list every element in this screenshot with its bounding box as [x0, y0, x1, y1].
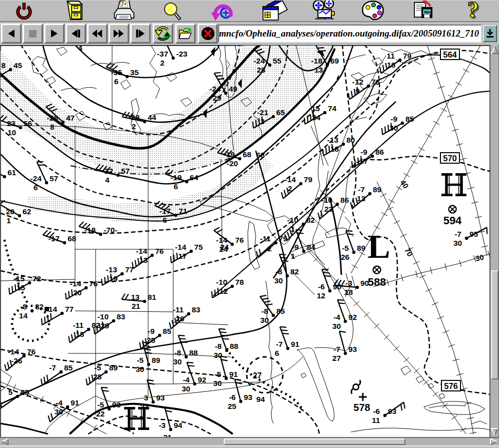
svg-text:-10: -10	[321, 196, 332, 204]
svg-text:-7: -7	[276, 340, 283, 348]
svg-text:85: 85	[405, 115, 414, 123]
svg-text:21: 21	[132, 302, 141, 310]
svg-text:-7: -7	[49, 363, 56, 372]
svg-text:-7: -7	[333, 345, 340, 353]
svg-text:570: 570	[443, 154, 457, 163]
svg-text:-8: -8	[215, 342, 222, 350]
svg-text:78: 78	[235, 278, 244, 286]
svg-text:588: 588	[368, 276, 386, 288]
svg-text:30: 30	[173, 357, 182, 366]
svg-text:88: 88	[189, 348, 198, 357]
svg-text:578: 578	[353, 402, 370, 413]
svg-text:6: 6	[174, 182, 178, 191]
svg-text:30: 30	[274, 276, 283, 285]
svg-text:-4: -4	[183, 375, 190, 384]
svg-text:-6: -6	[318, 282, 325, 291]
svg-text:55: 55	[273, 57, 282, 65]
svg-text:27: 27	[332, 354, 341, 362]
svg-text:27: 27	[253, 371, 262, 380]
svg-text:84: 84	[307, 243, 316, 251]
svg-text:-21: -21	[257, 108, 269, 117]
svg-text:93: 93	[156, 393, 165, 402]
svg-text:-13: -13	[327, 136, 339, 144]
svg-text:85: 85	[276, 307, 285, 315]
svg-text:79: 79	[403, 52, 412, 60]
svg-text:-11: -11	[173, 305, 184, 314]
svg-text:82: 82	[92, 321, 100, 329]
svg-text:21: 21	[163, 433, 172, 437]
svg-text:2: 2	[160, 59, 165, 67]
svg-text:94: 94	[174, 421, 183, 429]
svg-text:30: 30	[213, 379, 222, 387]
svg-text:92: 92	[198, 375, 206, 384]
svg-text:93: 93	[112, 400, 121, 409]
svg-text:-5: -5	[137, 356, 144, 364]
svg-text:-5: -5	[97, 400, 104, 409]
svg-text:49: 49	[229, 85, 238, 93]
svg-text:14: 14	[19, 311, 28, 320]
svg-text:90: 90	[333, 282, 341, 291]
svg-text:30: 30	[136, 365, 144, 373]
svg-text:6: 6	[34, 183, 38, 192]
svg-text:-12: -12	[352, 78, 363, 86]
svg-text:-8: -8	[261, 307, 268, 315]
svg-text:24: 24	[220, 243, 229, 251]
svg-text:-14: -14	[8, 347, 20, 356]
svg-text:12: 12	[317, 291, 325, 300]
svg-text:68: 68	[68, 234, 77, 243]
svg-text:83: 83	[192, 305, 201, 314]
svg-text:-10: -10	[216, 278, 227, 286]
svg-text:89: 89	[152, 356, 161, 364]
svg-text:76: 76	[27, 347, 36, 356]
svg-text:576: 576	[444, 381, 458, 390]
svg-text:-70-: -70-	[104, 226, 118, 234]
svg-text:22: 22	[96, 409, 105, 418]
svg-text:62: 62	[23, 207, 31, 216]
svg-text:5: 5	[8, 388, 13, 396]
svg-text:64: 64	[190, 173, 199, 182]
svg-text:82: 82	[35, 302, 44, 311]
svg-text:76: 76	[89, 279, 98, 288]
svg-text:1: 1	[291, 252, 295, 260]
svg-text:65: 65	[276, 108, 285, 117]
svg-text:93: 93	[348, 345, 357, 353]
svg-text:3: 3	[144, 393, 148, 402]
svg-text:83: 83	[117, 312, 126, 321]
svg-text:6: 6	[163, 216, 167, 224]
svg-text:Wz4: Wz4	[424, 10, 432, 15]
svg-text:-5: -5	[214, 370, 221, 378]
svg-text:-37: -37	[157, 50, 168, 58]
svg-text:91: 91	[71, 398, 80, 407]
svg-text:13,: 13,	[314, 66, 325, 74]
svg-text:86: 86	[375, 148, 384, 156]
svg-text:28: 28	[257, 66, 266, 74]
svg-text:11: 11	[387, 52, 395, 60]
svg-text:18: 18	[344, 288, 353, 296]
svg-text:69: 69	[330, 57, 339, 65]
svg-text:57: 57	[121, 167, 130, 175]
svg-text:-5: -5	[94, 363, 101, 372]
svg-text:30: 30	[260, 316, 269, 324]
svg-text:29: 29	[213, 94, 222, 102]
svg-text:2: 2	[132, 122, 136, 131]
svg-text:-9: -9	[390, 115, 397, 123]
svg-text:79: 79	[279, 234, 288, 243]
svg-text:30: 30	[474, 253, 484, 263]
svg-text:-23: -23	[176, 50, 188, 58]
svg-text:-8: -8	[174, 348, 181, 357]
svg-text:-20: -20	[227, 159, 238, 168]
svg-text:11: 11	[372, 416, 380, 424]
svg-text:80: 80	[346, 136, 355, 144]
svg-text:-14: -14	[175, 243, 187, 251]
svg-text:?: ?	[467, 1, 478, 22]
svg-text:-6: -6	[373, 407, 380, 415]
svg-text:68: 68	[243, 150, 252, 159]
svg-text:85: 85	[163, 327, 172, 335]
svg-text:-24: -24	[31, 174, 42, 183]
svg-text:-4: -4	[56, 398, 63, 407]
svg-text:6: 6	[114, 77, 119, 86]
svg-text:75: 75	[194, 243, 203, 251]
svg-text:6: 6	[275, 349, 279, 357]
svg-text:-18: -18	[311, 57, 323, 65]
svg-text:93: 93	[244, 393, 253, 401]
